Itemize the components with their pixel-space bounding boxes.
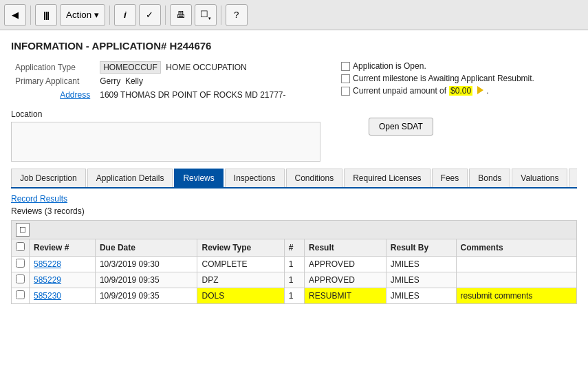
help-button[interactable]: ? <box>226 4 248 26</box>
check-label-3-suffix: . <box>486 86 488 96</box>
col-review-num: Review # <box>30 239 96 257</box>
primary-applicant-row: Primary Applicant Gerry Kelly <box>12 75 326 87</box>
check-row-3: Current unpaid amount of $0.00. <box>341 86 577 96</box>
doc-icon: ☐▾ <box>200 9 211 21</box>
app-type-value: HOMEOCCUF HOME OCCUPATION <box>97 61 326 74</box>
row-checkbox[interactable] <box>16 259 25 268</box>
col-review-type: Review Type <box>197 239 284 257</box>
print-button[interactable]: 🖶 <box>170 4 192 26</box>
row-checkbox-cell <box>12 257 30 272</box>
tab-reviews[interactable]: Reviews <box>174 169 223 187</box>
application-info-table: Application Type HOMEOCCUF HOME OCCUPATI… <box>11 60 327 103</box>
address-label: Address <box>12 89 96 101</box>
back-button[interactable]: ◀ <box>4 4 26 26</box>
help-icon: ? <box>234 10 239 20</box>
main-content: INFORMATION - APPLICATION# H244676 Appli… <box>0 30 588 310</box>
tab-valuations[interactable]: Valuations <box>512 169 567 187</box>
check-icon: ✓ <box>146 10 153 20</box>
num-cell: 1 <box>284 257 304 272</box>
tab-required-licenses[interactable]: Required Licenses <box>344 169 430 187</box>
app-type-row: Application Type HOMEOCCUF HOME OCCUPATI… <box>12 61 326 74</box>
col-due-date: Due Date <box>95 239 197 257</box>
tab-fees[interactable]: Fees <box>432 169 468 187</box>
app-type-label: Application Type <box>12 61 96 74</box>
table-header-row: Review #Due DateReview Type#ResultResult… <box>12 239 577 257</box>
col-result: Result <box>305 239 386 257</box>
result-cell: APPROVED <box>305 272 386 288</box>
checkbox-1[interactable] <box>341 62 350 71</box>
address-row: Address 1609 THOMAS DR POINT OF ROCKS MD… <box>12 89 326 101</box>
location-section: Location <box>11 109 327 162</box>
app-type-desc: HOME OCCUPATION <box>166 63 247 72</box>
result-by-cell: JMILES <box>386 257 456 272</box>
reviews-section: Record Results Reviews (3 records) ☐ Rev… <box>11 188 577 310</box>
tab-inspections[interactable]: Inspections <box>225 169 285 187</box>
toolbar: ◀ ||| Action ▾ i ✓ 🖶 ☐▾ ? <box>0 0 588 30</box>
comments-cell <box>456 257 576 272</box>
export-icon[interactable]: ☐ <box>16 223 30 237</box>
tab-conditions[interactable]: Conditions <box>286 169 343 187</box>
table-toolbar-cell: ☐ <box>12 221 577 239</box>
table-row: 58522810/3/2019 09:30COMPLETE1APPROVEDJM… <box>12 257 577 272</box>
review-link[interactable]: 585230 <box>34 291 61 301</box>
table-row: 58523010/9/2019 09:35DOLS1RESUBMITJMILES… <box>12 288 577 304</box>
applicant-first-name: Gerry <box>100 76 120 86</box>
comments-cell <box>456 272 576 288</box>
back-icon: ◀ <box>12 10 19 20</box>
row-checkbox[interactable] <box>16 290 25 299</box>
check-label-1: Application is Open. <box>353 61 426 71</box>
due-date-cell: 10/9/2019 09:35 <box>95 288 197 304</box>
col-num: # <box>284 239 304 257</box>
address-link[interactable]: Address <box>60 90 90 100</box>
tab-bonds[interactable]: Bonds <box>469 169 510 187</box>
check-button[interactable]: ✓ <box>139 4 161 26</box>
review-link[interactable]: 585229 <box>34 275 61 285</box>
open-sdat-button[interactable]: Open SDAT <box>369 118 433 136</box>
result-by-cell: JMILES <box>386 288 456 304</box>
checkbox-col-header <box>12 239 30 257</box>
review-id-cell: 585228 <box>30 257 96 272</box>
due-date-cell: 10/3/2019 09:30 <box>95 257 197 272</box>
review-type-cell: DOLS <box>197 288 284 304</box>
comments-cell: resubmit comments <box>456 288 576 304</box>
doc-button[interactable]: ☐▾ <box>195 4 217 26</box>
print-icon: 🖶 <box>176 10 185 20</box>
table-row: 58522910/9/2019 09:35DPZ1APPROVEDJMILES <box>12 272 577 288</box>
row-checkbox-cell <box>12 272 30 288</box>
check-row-1: Application is Open. <box>341 61 577 71</box>
separator-1 <box>30 6 31 25</box>
num-cell: 1 <box>284 272 304 288</box>
tooltip-arrow-icon <box>477 86 483 94</box>
review-link[interactable]: 585228 <box>34 259 61 269</box>
checkbox-3[interactable] <box>341 87 350 96</box>
info-left: Application Type HOMEOCCUF HOME OCCUPATI… <box>11 60 327 162</box>
checkbox-2[interactable] <box>341 74 350 83</box>
stats-icon: ||| <box>43 10 49 20</box>
info-button[interactable]: i <box>114 4 136 26</box>
checkboxes-panel: Application is Open. Current milestone i… <box>327 61 577 136</box>
stats-button[interactable]: ||| <box>35 4 57 26</box>
separator-2 <box>109 6 110 25</box>
action-label: Action ▾ <box>66 10 99 20</box>
page-title: INFORMATION - APPLICATION# H244676 <box>11 40 577 52</box>
check-label-2: Current milestone is Awaiting Applicant … <box>353 74 534 83</box>
info-right: Application is Open. Current milestone i… <box>327 60 577 136</box>
tab-job-description[interactable]: Job Description <box>11 169 86 187</box>
review-id-cell: 585230 <box>30 288 96 304</box>
tab-applicants[interactable]: Applicants <box>569 169 577 187</box>
record-results-link[interactable]: Record Results <box>11 194 577 204</box>
review-type-cell: DPZ <box>197 272 284 288</box>
tab-application-details[interactable]: Application Details <box>87 169 173 187</box>
check-row-2: Current milestone is Awaiting Applicant … <box>341 74 577 83</box>
select-all-checkbox[interactable] <box>16 242 25 251</box>
separator-4 <box>221 6 221 25</box>
location-box <box>11 122 320 162</box>
num-cell: 1 <box>284 288 304 304</box>
review-id-cell: 585229 <box>30 272 96 288</box>
action-button[interactable]: Action ▾ <box>60 4 105 26</box>
row-checkbox[interactable] <box>16 274 25 283</box>
primary-applicant-value: Gerry Kelly <box>97 75 326 87</box>
table-body: 58522810/3/2019 09:30COMPLETE1APPROVEDJM… <box>12 257 577 304</box>
result-cell: APPROVED <box>305 257 386 272</box>
info-icon: i <box>124 10 127 20</box>
